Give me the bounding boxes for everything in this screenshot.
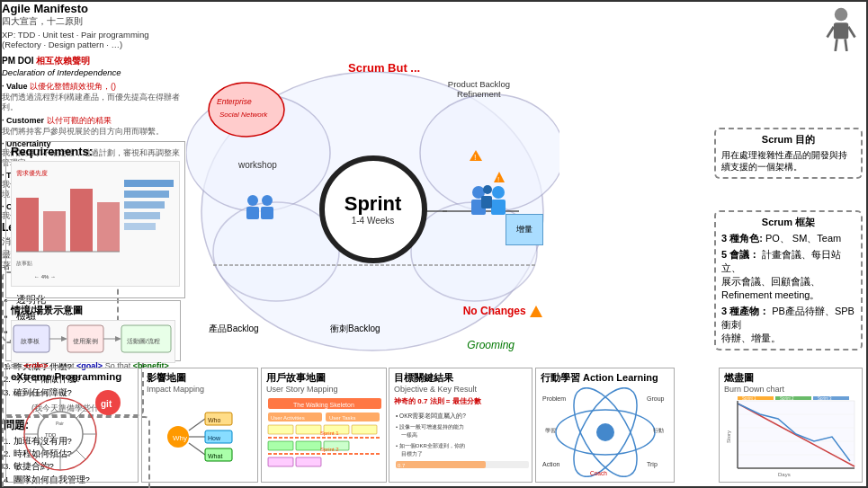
- okr-svg: • OKR需要老闆直屬入的? • 設像一般可增速提持的能力 一樣高 • 如一個O…: [394, 409, 531, 472]
- svg-point-40: [247, 195, 258, 206]
- scrum-artifacts: 3 種產物： PB產品待辦、SPB 衝刺待辦、增量。: [721, 305, 855, 345]
- svg-text:Sprint 1: Sprint 1: [742, 396, 756, 401]
- svg-text:故事點: 故事點: [16, 261, 32, 266]
- value-desc: 我們透過流程對利構建產品，而優先提高在得辦者利。: [2, 93, 180, 111]
- svg-point-111: [596, 423, 614, 441]
- svg-line-74: [189, 443, 205, 455]
- triangle-svg-1: !: [469, 148, 483, 163]
- value-label: · Value: [2, 82, 28, 91]
- svg-text:git: git: [101, 399, 112, 409]
- svg-text:使用案例: 使用案例: [73, 337, 98, 345]
- svg-rect-7: [43, 211, 66, 252]
- pb-refinement-text: Product BacklogRefinement: [448, 79, 510, 99]
- svg-line-72: [189, 419, 205, 430]
- meetings-label: 5 會議：: [721, 249, 759, 260]
- svg-point-37: [209, 83, 284, 137]
- main-container: Agile Manifesto 四大宣言，十二原則 XP: TDD · Unit…: [0, 0, 868, 488]
- svg-line-4: [836, 39, 837, 51]
- scrum-framework-section: Scrum 框架 3 種角色: PO、 SM、Team 5 會議： 計畫會議、每…: [714, 210, 863, 350]
- user-story-map-section: 用戶故事地圖 User Story Mapping The Walking Sk…: [261, 368, 387, 483]
- okr-subtitle: Objective & Key Result: [394, 385, 527, 394]
- no-changes-label: No Changes: [463, 305, 543, 319]
- cloud-area: Enterprise Social Network Scrum But ... …: [186, 54, 559, 364]
- scrum-roles: 3 種角色: PO、 SM、Team: [721, 232, 855, 245]
- okr-section: 目標關鍵結果 Objective & Key Result 神奇的 0.7 法則…: [389, 368, 532, 483]
- usm-content: The Walking Skeleton User Activities Use…: [266, 396, 381, 479]
- svg-text:Who: Who: [208, 417, 221, 423]
- svg-text:Coach: Coach: [590, 470, 607, 476]
- okr-title: 目標關鍵結果: [394, 371, 527, 385]
- increment-box: 增量: [506, 214, 543, 245]
- scenario-chart: 故事板 使用案例 活動圖/流程: [11, 320, 175, 363]
- value-red: 以優化整體績效視角，(): [30, 82, 116, 91]
- impact-mapping-section: 影響地圖 Impact Mapping Why Who How What: [141, 368, 258, 483]
- svg-line-67: [76, 409, 85, 418]
- pm-doi: PM DOI 相互依賴聲明 Declaration of Interdepend…: [2, 55, 182, 77]
- svg-text:一樣高: 一樣高: [401, 431, 417, 438]
- burndown-subtitle: Burn Down chart: [724, 385, 857, 394]
- team-icon-left: [242, 193, 278, 231]
- grooming-label: Grooming: [467, 339, 515, 351]
- svg-text:Sprint 3: Sprint 3: [818, 396, 832, 401]
- okr-content: • OKR需要老闆直屬入的? • 設像一般可增速提持的能力 一樣高 • 如一個O…: [394, 409, 527, 474]
- burndown-svg: Story Days Sprint 1 Sprint 2 Sprint 3: [724, 396, 859, 477]
- svg-text:學習: 學習: [545, 428, 556, 433]
- svg-rect-53: [481, 196, 492, 209]
- svg-text:需求優先度: 需求優先度: [16, 170, 48, 176]
- svg-line-66: [35, 450, 44, 459]
- svg-text:User Tasks: User Tasks: [329, 415, 356, 421]
- svg-rect-51: [491, 200, 506, 215]
- product-backlog-label: Product BacklogRefinement: [448, 79, 510, 99]
- impact-content: Why Who How What: [147, 396, 253, 479]
- svg-rect-13: [124, 212, 160, 219]
- svg-rect-93: [268, 441, 293, 450]
- svg-text:← 4% →: ← 4% →: [34, 274, 56, 279]
- product-backlog-bottom: 產品Backlog: [209, 323, 259, 335]
- svg-text:行動: 行動: [653, 428, 664, 433]
- okr-formula: 神奇的 0.7 法則 = 最佳分數: [394, 396, 527, 406]
- impact-title: 影響地圖: [147, 371, 253, 385]
- xp-line: XP: TDD · Unit test · Pair programming(R…: [2, 30, 182, 49]
- svg-text:XP Practices: XP Practices: [13, 390, 49, 396]
- scenario-section: 情境/場景示意圖 故事板 使用案例 活動圖/流程: [5, 300, 181, 361]
- svg-marker-26: [115, 336, 121, 342]
- svg-rect-87: [268, 425, 293, 434]
- roles-value: PO、 SM、Team: [765, 233, 841, 244]
- svg-text:Action: Action: [542, 461, 560, 467]
- svg-text:故事板: 故事板: [21, 338, 40, 344]
- usm-svg: The Walking Skeleton User Activities Use…: [266, 396, 383, 477]
- svg-rect-94: [296, 441, 321, 450]
- impact-subtitle: Impact Mapping: [147, 385, 253, 394]
- svg-text:Sprint 1: Sprint 1: [320, 430, 339, 436]
- svg-rect-90: [352, 425, 377, 434]
- svg-rect-12: [124, 201, 165, 209]
- agile-title: Agile Manifesto: [2, 2, 182, 15]
- customer-desc: 我們將持客戶參與視展於的目方向用而聯繫。: [2, 127, 164, 136]
- customer-red: 以付可觀的的精果: [47, 116, 112, 125]
- svg-text:Problem: Problem: [542, 395, 566, 402]
- burndown-content: Story Days Sprint 1 Sprint 2 Sprint 3: [724, 396, 857, 479]
- svg-line-64: [35, 409, 44, 418]
- svg-point-0: [835, 8, 848, 22]
- sprint-label: Sprint: [345, 192, 402, 216]
- svg-text:User Activities: User Activities: [271, 415, 305, 421]
- xp-content: git XP Practices TDD Pair: [11, 385, 133, 476]
- agile-subtitle: 四大宣言，十二原則: [2, 15, 182, 28]
- svg-rect-41: [246, 207, 259, 219]
- doi-full: Declaration of Interdependence: [2, 67, 121, 77]
- svg-line-5: [846, 39, 847, 51]
- scrum-framework-title: Scrum 框架: [721, 216, 855, 229]
- requirements-chart: 需求優先度 故事點 ← 4% →: [11, 161, 180, 291]
- scenario-title: 情境/場景示意圖: [11, 304, 175, 317]
- svg-point-52: [483, 185, 492, 194]
- svg-text:Enterprise: Enterprise: [217, 97, 252, 106]
- xp-svg: git XP Practices TDD Pair: [11, 385, 135, 475]
- svg-line-3: [848, 27, 855, 38]
- svg-rect-11: [124, 191, 169, 198]
- svg-text:• 如一個OKR全部達到，你的: • 如一個OKR全部達到，你的: [396, 442, 465, 448]
- action-learning-title: 行動學習 Action Learning: [541, 371, 669, 385]
- scrum-meetings: 5 會議： 計畫會議、每日站立、展示會議、回顧會議、Refinement mee…: [721, 248, 855, 302]
- requirements-title: Requirements:: [11, 145, 180, 158]
- extreme-programming-section: eXtreme Programming git XP Practices: [5, 368, 139, 483]
- action-learning-section: 行動學習 Action Learning Problem Group Trip …: [535, 368, 675, 483]
